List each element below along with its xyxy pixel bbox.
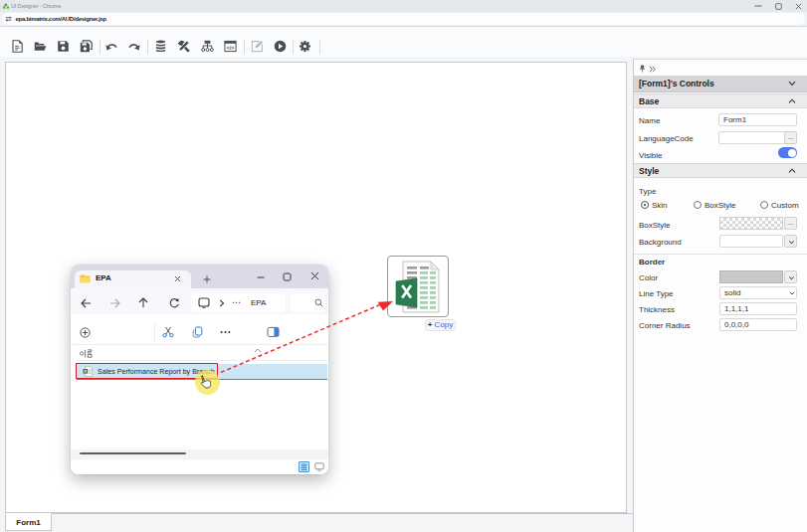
svg-text:</>: </> — [227, 45, 235, 51]
